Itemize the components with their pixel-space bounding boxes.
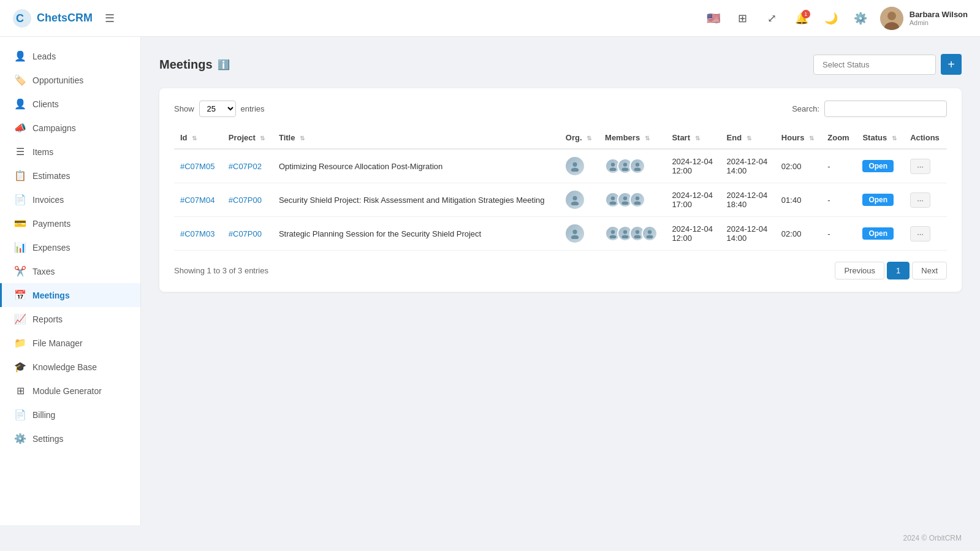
cell-status: Open <box>856 183 904 217</box>
row-action-button[interactable]: ··· <box>910 192 930 208</box>
entries-select[interactable]: 10 25 50 100 <box>199 101 236 117</box>
status-select-input[interactable] <box>813 55 936 75</box>
sidebar-item-settings[interactable]: ⚙️ Settings <box>0 427 140 450</box>
sidebar-label-reports: Reports <box>32 314 63 324</box>
org-avatar <box>566 157 584 175</box>
next-button[interactable]: Next <box>912 262 947 279</box>
knowledge-base-icon: 🎓 <box>14 361 26 373</box>
pagination-buttons: Previous 1 Next <box>835 262 947 279</box>
row-action-button[interactable]: ··· <box>910 226 930 241</box>
sidebar-item-expenses[interactable]: 📊 Expenses <box>0 235 140 259</box>
clients-icon: 👤 <box>14 98 26 110</box>
search-input[interactable] <box>824 101 947 117</box>
reports-icon: 📈 <box>14 313 26 325</box>
sidebar-item-opportunities[interactable]: 🏷️ Opportunities <box>0 68 140 92</box>
dark-mode-icon[interactable]: 🌙 <box>821 9 841 28</box>
payments-icon: 💳 <box>14 218 26 229</box>
table-row: #C07M05 #C07P02 Optimizing Resource Allo… <box>174 149 947 183</box>
user-name: Barbara Wilson <box>910 10 968 19</box>
project-link[interactable]: #C07P00 <box>229 229 262 238</box>
cell-id: #C07M04 <box>174 183 222 217</box>
leads-icon: 👤 <box>14 50 26 62</box>
col-end[interactable]: End ⇅ <box>721 127 775 149</box>
previous-button[interactable]: Previous <box>835 262 884 279</box>
project-link[interactable]: #C07P00 <box>229 196 262 205</box>
cell-org <box>560 183 599 217</box>
user-profile[interactable]: Barbara Wilson Admin <box>880 7 968 30</box>
info-icon[interactable]: ℹ️ <box>218 59 230 70</box>
sidebar-item-campaigns[interactable]: 📣 Campaigns <box>0 116 140 140</box>
sidebar-item-clients[interactable]: 👤 Clients <box>0 92 140 116</box>
sidebar-item-invoices[interactable]: 📄 Invoices <box>0 188 140 211</box>
settings-icon[interactable]: ⚙️ <box>851 9 870 28</box>
table-row: #C07M04 #C07P00 Security Shield Project:… <box>174 183 947 217</box>
sidebar-item-meetings[interactable]: 📅 Meetings <box>0 283 140 307</box>
col-title[interactable]: Title ⇅ <box>273 127 560 149</box>
col-org[interactable]: Org. ⇅ <box>560 127 599 149</box>
page-1-button[interactable]: 1 <box>887 262 910 279</box>
project-link[interactable]: #C07P02 <box>229 162 262 171</box>
col-id[interactable]: Id ⇅ <box>174 127 222 149</box>
sidebar-label-payments: Payments <box>32 219 70 229</box>
col-members[interactable]: Members ⇅ <box>599 127 666 149</box>
items-icon: ☰ <box>14 146 26 158</box>
cell-actions: ··· <box>904 183 947 217</box>
sidebar-item-leads[interactable]: 👤 Leads <box>0 44 140 68</box>
sidebar-label-module-generator: Module Generator <box>32 386 102 396</box>
svg-point-7 <box>611 162 615 166</box>
svg-point-6 <box>571 168 579 172</box>
meetings-icon: 📅 <box>14 289 26 301</box>
logo-text: ChetsCRM <box>37 12 93 25</box>
sidebar-item-knowledge-base[interactable]: 🎓 Knowledge Base <box>0 355 140 379</box>
notification-icon[interactable]: 🔔 1 <box>792 9 811 28</box>
add-meeting-button[interactable]: + <box>941 54 962 75</box>
fullscreen-icon[interactable]: ⤢ <box>762 9 782 28</box>
sidebar-item-file-manager[interactable]: 📁 File Manager <box>0 331 140 355</box>
sidebar-item-payments[interactable]: 💳 Payments <box>0 211 140 235</box>
cell-title: Optimizing Resource Allocation Post-Migr… <box>273 149 560 183</box>
topnav-right: 🇺🇸 ⊞ ⤢ 🔔 1 🌙 ⚙️ Barbara Wilson Admin <box>704 7 968 30</box>
show-label: Show <box>174 104 194 113</box>
flag-icon[interactable]: 🇺🇸 <box>704 9 723 28</box>
cell-start: 2024-12-0412:00 <box>666 149 720 183</box>
id-link[interactable]: #C07M03 <box>180 229 215 238</box>
cell-status: Open <box>856 217 904 251</box>
member-avatar <box>629 158 645 174</box>
sidebar-label-campaigns: Campaigns <box>32 123 76 133</box>
table-body: #C07M05 #C07P02 Optimizing Resource Allo… <box>174 149 947 251</box>
col-hours[interactable]: Hours ⇅ <box>775 127 821 149</box>
svg-point-9 <box>623 162 627 166</box>
svg-point-24 <box>609 235 616 238</box>
sidebar-item-estimates[interactable]: 📋 Estimates <box>0 164 140 188</box>
svg-point-30 <box>646 235 653 238</box>
grid-icon[interactable]: ⊞ <box>733 9 753 28</box>
sidebar-label-settings: Settings <box>32 434 64 444</box>
entries-label: entries <box>241 104 265 113</box>
col-status[interactable]: Status ⇅ <box>856 127 904 149</box>
id-link[interactable]: #C07M05 <box>180 162 215 171</box>
sidebar-item-items[interactable]: ☰ Items <box>0 140 140 164</box>
cell-members <box>599 183 666 217</box>
avatar <box>880 7 903 30</box>
cell-start: 2024-12-0417:00 <box>666 183 720 217</box>
sidebar-item-reports[interactable]: 📈 Reports <box>0 307 140 331</box>
app-body: 👤 Leads 🏷️ Opportunities 👤 Clients 📣 Cam… <box>0 37 980 525</box>
sidebar-item-taxes[interactable]: ✂️ Taxes <box>0 259 140 283</box>
cell-hours: 02:00 <box>775 149 821 183</box>
svg-point-3 <box>887 12 896 20</box>
hamburger-button[interactable]: ☰ <box>105 12 115 25</box>
sidebar-item-billing[interactable]: 📄 Billing <box>0 403 140 427</box>
cell-members <box>599 217 666 251</box>
top-navigation: C ChetsCRM ☰ 🇺🇸 ⊞ ⤢ 🔔 1 🌙 ⚙️ Barbara Wil… <box>0 0 980 37</box>
cell-project: #C07P02 <box>222 149 273 183</box>
member-avatars <box>605 158 659 174</box>
svg-point-22 <box>571 235 579 239</box>
sidebar-item-module-generator[interactable]: ⊞ Module Generator <box>0 379 140 403</box>
status-badge: Open <box>862 227 894 240</box>
member-avatar <box>642 226 658 241</box>
col-project[interactable]: Project ⇅ <box>222 127 273 149</box>
row-action-button[interactable]: ··· <box>910 159 930 174</box>
col-start[interactable]: Start ⇅ <box>666 127 720 149</box>
id-link[interactable]: #C07M04 <box>180 196 215 205</box>
logo[interactable]: C ChetsCRM <box>12 9 93 28</box>
